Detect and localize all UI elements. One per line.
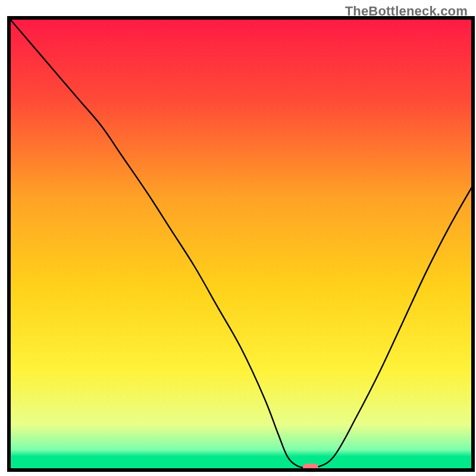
- chart-container: TheBottleneck.com: [0, 0, 476, 476]
- plot-background: [9, 18, 473, 470]
- watermark-text: TheBottleneck.com: [345, 4, 468, 19]
- bottleneck-chart: [0, 0, 476, 476]
